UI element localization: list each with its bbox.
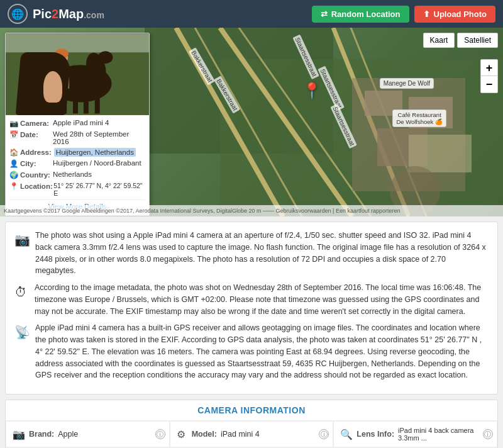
map-type-kaart[interactable]: Kaart [423,33,455,48]
date-value: Wed 28th of September 2016 [53,130,145,145]
address-value: Huijbergen, Netherlands [54,148,136,157]
map-location-pin: 📍 [302,82,321,99]
logo-domain: .com [84,10,104,20]
zoom-controls: + − [480,59,498,93]
lens-label: Lens Info: [357,430,394,439]
camera-section-title: CAMERA INFORMATION [6,400,497,421]
photo-thumbnail [6,33,149,115]
info-table: 📷 Camera: Apple iPad mini 4 📅 Date: Wed … [6,115,149,215]
location-value: 51° 25' 26.77" N, 4° 22' 59.52" E [53,182,145,197]
logo-2: 2 [52,7,58,21]
logo-pic: Pic [33,7,52,21]
place-label-cafe: Café RestaurantDe Wolfshoek 🍊 [392,109,446,127]
map-section: Bakkerstraat Bakkerstraat Staartsesstraa… [0,28,503,216]
random-location-button[interactable]: ⇄ Random Location [312,6,409,23]
place-label-manege: Manege De Wolf [380,78,434,89]
model-label: Model: [192,430,217,439]
map-type-satelliet[interactable]: Satelliet [457,33,498,48]
location-icon: 📍 [9,182,18,191]
svg-rect-20 [73,96,78,114]
map-footer: Kaartgegevens ©2017 Google Afbeeldingen … [0,205,503,216]
city-value: Huijbergen / Noord-Brabant [53,159,141,167]
info-row-address: 🏠 Address: Huijbergen, Netherlands [9,147,145,158]
random-icon: ⇄ [321,9,328,19]
logo-icon: 🌐 [8,4,28,24]
header: 🌐 Pic2Map.com ⇄ Random Location ⬆ Upload… [0,0,503,28]
desc-block-gps: 📡 Apple iPad mini 4 camera has a built-i… [14,322,489,381]
camera-icon: 📷 [9,119,18,128]
svg-point-23 [54,59,69,77]
brand-label: Brand: [29,430,54,439]
gps-desc-icon: 📡 [14,323,30,381]
svg-rect-22 [95,96,100,114]
country-label: 🌍 Country: [9,171,50,179]
address-label: 🏠 Address: [9,148,52,157]
zoom-out-button[interactable]: − [481,76,497,92]
brand-icon: 📷 [13,428,25,440]
camera-value: Apple iPad mini 4 [53,119,109,126]
zoom-in-button[interactable]: + [481,60,497,76]
camera-info-section: CAMERA INFORMATION 📷 Brand: Apple ⓘ ⚙ Mo… [5,400,498,448]
photo-info-overlay: 📷 Camera: Apple iPad mini 4 📅 Date: Wed … [5,33,150,216]
country-icon: 🌍 [9,171,18,179]
info-row-city: 👤 City: Huijbergen / Noord-Brabant [9,158,145,169]
svg-rect-26 [55,77,69,89]
desc-text-camera: The photo was shot using a Apple iPad mi… [35,230,489,277]
lens-value: iPad mini 4 back camera 3.3mm ... [398,427,490,442]
upload-icon: ⬆ [423,9,430,19]
info-row-camera: 📷 Camera: Apple iPad mini 4 [9,118,145,129]
random-label: Random Location [331,9,401,19]
city-icon: 👤 [9,159,18,168]
description-section: 📷 The photo was shot using a Apple iPad … [5,221,498,395]
camera-label: 📷 Camera: [9,119,50,128]
logo-text: Pic2Map.com [33,7,104,21]
camera-info-grid: 📷 Brand: Apple ⓘ ⚙ Model: iPad mini 4 ⓘ … [6,421,497,448]
model-value: iPad mini 4 [221,430,326,439]
brand-info-btn[interactable]: ⓘ [155,429,165,439]
lens-icon: 🔍 [340,428,353,440]
time-desc-icon: ⏱ [14,283,30,317]
map-controls: Kaart Satelliet [423,33,498,48]
logo-map: Map [58,7,84,21]
upload-photo-button[interactable]: ⬆ Upload Photo [414,6,496,23]
svg-rect-21 [84,96,89,114]
info-row-location: 📍 Location: 51° 25' 26.77" N, 4° 22' 59.… [9,181,145,198]
city-label: 👤 City: [9,159,50,168]
desc-text-time: According to the image metadata, the pho… [35,282,489,317]
camera-desc-icon: 📷 [14,230,30,277]
model-cell: ⚙ Model: iPad mini 4 ⓘ [170,421,334,447]
map-copyright: Kaartgegevens ©2017 Google Afbeeldingen … [4,208,400,214]
brand-value: Apple [58,430,162,439]
info-row-date: 📅 Date: Wed 28th of September 2016 [9,129,145,147]
lens-info-btn[interactable]: ⓘ [483,429,493,439]
address-icon: 🏠 [9,148,18,157]
desc-text-gps: Apple iPad mini 4 camera has a built-in … [35,322,489,381]
model-info-btn[interactable]: ⓘ [319,429,329,439]
location-label: 📍 Location: [9,182,51,191]
svg-point-18 [98,51,113,64]
desc-block-time: ⏱ According to the image metadata, the p… [14,282,489,317]
desc-block-camera: 📷 The photo was shot using a Apple iPad … [14,230,489,277]
country-value: Netherlands [53,171,92,178]
logo-area: 🌐 Pic2Map.com [8,4,104,24]
lens-cell: 🔍 Lens Info: iPad mini 4 back camera 3.3… [333,421,497,447]
upload-label: Upload Photo [434,9,487,19]
brand-cell: 📷 Brand: Apple ⓘ [6,421,170,447]
date-icon: 📅 [9,130,18,139]
info-row-country: 🌍 Country: Netherlands [9,169,145,181]
svg-rect-19 [62,96,67,114]
svg-point-25 [55,48,69,59]
photo-image [6,33,149,115]
date-label: 📅 Date: [9,130,50,139]
header-buttons: ⇄ Random Location ⬆ Upload Photo [312,6,495,23]
model-icon: ⚙ [177,428,188,440]
